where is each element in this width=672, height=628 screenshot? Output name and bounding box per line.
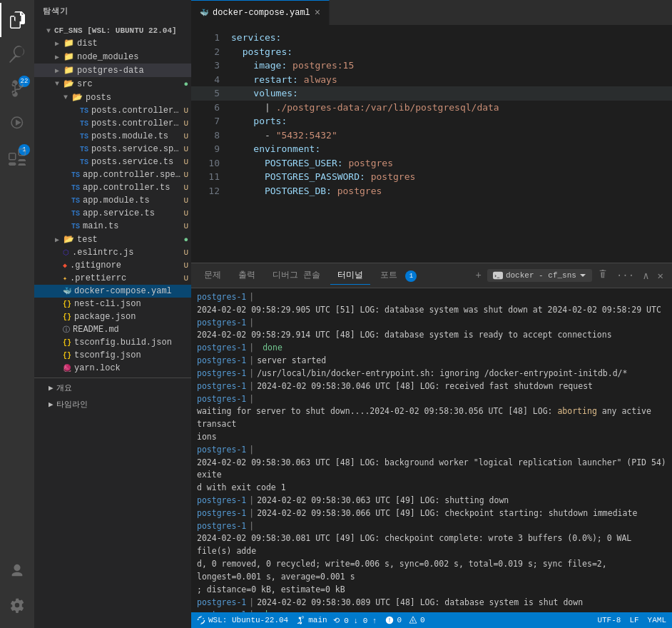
output-tab[interactable]: 출력 (231, 266, 263, 285)
postgres-data-folder[interactable]: ▶ 📁 postgres-data (34, 64, 191, 77)
code-editor[interactable]: 1 services: 2 postgres: 3 image: postgre… (191, 25, 672, 263)
branch-status[interactable]: main ⟲ 0 ↓ 0 ↑ (297, 616, 377, 625)
yarn-lock-label: yarn.lock (74, 363, 191, 373)
terminal-name-chip[interactable]: docker - cf_sns (487, 269, 592, 282)
readme-file[interactable]: ⓘ README.md (34, 323, 191, 336)
warnings-label: 0 (420, 616, 425, 624)
app-controller-spec-ts-icon: TS (71, 171, 80, 179)
term-prefix: postgres-1 (197, 355, 246, 368)
tab-docker-label: docker-compose.yaml (213, 8, 310, 18)
app-controller-spec-file[interactable]: TS app.controller.spec.ts U (34, 168, 191, 181)
code-line-2: 2 postgres: (191, 45, 672, 59)
explorer-icon[interactable] (0, 3, 34, 37)
code-line-6: 6 | ./postgres-data:/var/lib/postgresql/… (191, 101, 672, 115)
add-terminal-btn[interactable]: + (472, 268, 484, 283)
remote-status[interactable]: WSL: Ubuntu-22.04 (197, 616, 288, 624)
code-line-10: 10 POSTGRES_USER: postgres (191, 156, 672, 171)
posts-service-spec-file[interactable]: TS posts.service.spec.ts U (34, 143, 191, 156)
app-service-file[interactable]: TS app.service.ts U (34, 207, 191, 220)
source-control-icon[interactable]: 22 (0, 71, 34, 106)
panel-tabs: 문제 출력 디버그 콘솔 터미널 포트 1 + docker - cf_sns … (191, 263, 672, 288)
posts-controller-file[interactable]: TS posts.controller.ts U (34, 117, 191, 130)
posts-service-badge: U (183, 158, 188, 166)
posts-service-spec-badge: U (183, 145, 188, 153)
app-controller-file[interactable]: TS app.controller.ts U (34, 181, 191, 194)
prettierrc-file[interactable]: ✦ .prettierrc U (34, 272, 191, 285)
main-ts-file[interactable]: TS main.ts U (34, 220, 191, 233)
posts-controller-spec-file[interactable]: TS posts.controller.spec.ts U (34, 104, 191, 117)
dist-folder[interactable]: ▶ 📁 dist (34, 36, 191, 50)
term-prefix: postgres-1 (197, 342, 246, 355)
encoding-label: UTF-8 (597, 616, 621, 624)
posts-module-label: posts.module.ts (91, 131, 183, 141)
posts-controller-spec-badge: U (183, 106, 188, 115)
posts-folder[interactable]: ▼ 📂 posts (34, 91, 191, 104)
node-modules-icon: 📁 (63, 51, 74, 62)
nest-cli-file[interactable]: {} nest-cli.json (34, 298, 191, 310)
line-ending-status[interactable]: LF (629, 616, 638, 624)
sidebar-header: 탐색기 (34, 0, 191, 22)
readme-label: README.md (73, 325, 191, 335)
docker-compose-file[interactable]: 🐳 docker-compose.yaml (34, 285, 191, 298)
dist-folder-icon: 📁 (63, 38, 74, 49)
status-bar: WSL: Ubuntu-22.04 main ⟲ 0 ↓ 0 ↑ 0 0 UTF… (191, 612, 672, 628)
terminal-content[interactable]: postgres-1 | 2024-02-02 09:58:29.905 UTC… (191, 288, 672, 612)
code-line-8: 8 - "5432:5432" (191, 128, 672, 143)
postgres-data-icon: 📁 (63, 65, 74, 76)
code-line-12: 12 POSTGRES_DB: postgres (191, 184, 672, 198)
app-service-badge: U (183, 209, 188, 218)
settings-icon[interactable] (0, 588, 34, 622)
app-controller-label: app.controller.ts (83, 183, 183, 193)
search-icon[interactable] (0, 37, 34, 71)
app-module-file[interactable]: TS app.module.ts U (34, 194, 191, 207)
terminal-line: postgres-1 | 2024-02-02 09:58:30.066 UTC… (197, 507, 666, 520)
errors-label: 0 (397, 616, 402, 624)
run-debug-icon[interactable] (0, 106, 34, 140)
timeline-section[interactable]: ▶ 타임라인 (34, 395, 191, 411)
app-module-badge: U (183, 196, 188, 205)
sidebar: 탐색기 ▼ CF_SNS [WSL: UBUNTU 22.04] ▶ 📁 dis… (34, 0, 191, 628)
docker-compose-icon: 🐳 (63, 287, 71, 295)
tab-close-icon[interactable]: × (315, 7, 320, 19)
terminal-line-cont: d with exit code 1 (197, 482, 666, 495)
extensions-icon[interactable]: 1 (0, 140, 34, 174)
posts-service-file[interactable]: TS posts.service.ts U (34, 156, 191, 168)
tab-docker-icon: 🐳 (200, 9, 208, 17)
overview-section[interactable]: ▶ 개요 (34, 378, 191, 395)
panel-chevron-up-btn[interactable]: ∧ (640, 268, 651, 283)
terminal-tab[interactable]: 터미널 (330, 266, 370, 285)
package-json-label: package.json (74, 312, 191, 322)
docker-compose-tab[interactable]: 🐳 docker-compose.yaml × (191, 0, 330, 25)
root-label: CF_SNS [WSL: UBUNTU 22.04] (54, 26, 191, 35)
more-options-btn[interactable]: ··· (614, 268, 637, 283)
panel-close-btn[interactable]: ✕ (655, 268, 666, 283)
node-modules-folder[interactable]: ▶ 📁 node_modules (34, 50, 191, 64)
code-line-7: 7 ports: (191, 114, 672, 128)
ports-tab[interactable]: 포트 1 (373, 266, 424, 285)
src-folder[interactable]: ▼ 📂 src ● (34, 77, 191, 91)
language-status[interactable]: YAML (648, 616, 666, 624)
terminal-line: postgres-1 | 2024-02-02 09:58:30.089 UTC… (197, 597, 666, 609)
root-folder[interactable]: ▼ CF_SNS [WSL: UBUNTU 22.04] (34, 25, 191, 36)
yarn-lock-file[interactable]: 🧶 yarn.lock (34, 362, 191, 375)
trash-terminal-btn[interactable] (595, 268, 611, 283)
terminal-line: postgres-1 | 2024-02-02 09:58:29.905 UTC… (197, 291, 666, 317)
posts-controller-label: posts.controller.ts (91, 118, 183, 128)
eslintrc-file[interactable]: ⬡ .eslintrc.js U (34, 246, 191, 259)
tsconfig-build-file[interactable]: {} tsconfig.build.json (34, 336, 191, 349)
terminal-chip-arrow (579, 272, 586, 279)
overview-label: 개요 (56, 383, 72, 393)
problems-tab[interactable]: 문제 (197, 266, 228, 285)
terminal-chip-icon (493, 270, 503, 280)
posts-module-file[interactable]: TS posts.module.ts U (34, 130, 191, 143)
tsconfig-file[interactable]: {} tsconfig.json (34, 349, 191, 362)
main-content: 🐳 docker-compose.yaml × 1 services: 2 po… (191, 0, 672, 628)
package-json-file[interactable]: {} package.json (34, 310, 191, 323)
account-icon[interactable] (0, 554, 34, 588)
errors-status[interactable]: 0 0 (385, 616, 424, 624)
encoding-status[interactable]: UTF-8 (597, 616, 621, 624)
eslintrc-icon: ⬡ (63, 248, 69, 257)
test-folder[interactable]: ▶ 📂 test ● (34, 233, 191, 246)
debug-console-tab[interactable]: 디버그 콘솔 (265, 266, 327, 285)
gitignore-file[interactable]: ◆ .gitignore U (34, 259, 191, 272)
